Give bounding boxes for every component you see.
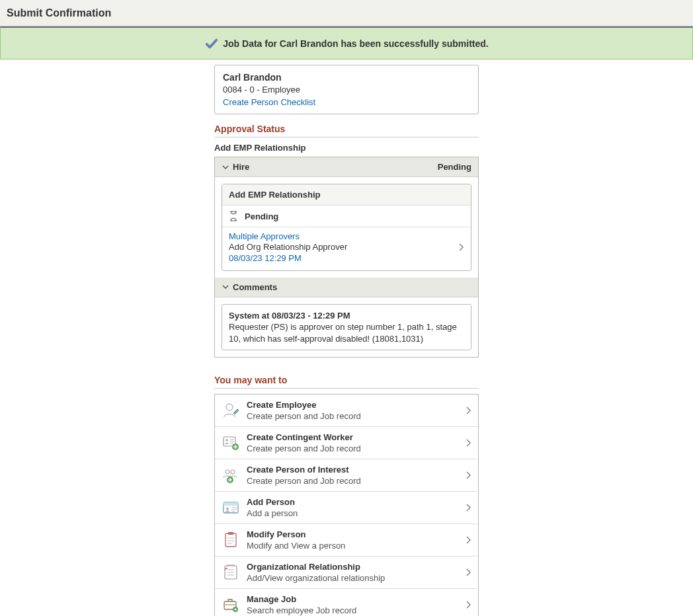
suggestion-create-employee[interactable]: Create Employee Create person and Job re… bbox=[215, 395, 478, 427]
svg-point-4 bbox=[225, 470, 229, 474]
hourglass-icon bbox=[229, 211, 238, 221]
svg-point-15 bbox=[235, 609, 237, 611]
comments-expand-header[interactable]: Comments bbox=[215, 278, 478, 297]
suggestions-list: Create Employee Create person and Job re… bbox=[214, 394, 479, 616]
suggestion-title: Create Person of Interest bbox=[247, 465, 465, 475]
badge-plus-icon bbox=[222, 434, 240, 452]
comment-card: System at 08/03/23 - 12:29 PM Requester … bbox=[222, 304, 471, 351]
page-header: Submit Confirmation bbox=[0, 0, 693, 26]
chevron-right-icon bbox=[465, 535, 471, 545]
chevron-right-icon bbox=[465, 600, 471, 609]
comment-body-text: Requester (PS) is approver on step numbe… bbox=[229, 321, 464, 344]
svg-point-2 bbox=[225, 439, 228, 442]
suggestion-subtitle: Add a person bbox=[247, 508, 465, 518]
person-card: Carl Brandon 0084 - 0 - Employee Create … bbox=[214, 65, 479, 114]
svg-rect-10 bbox=[225, 533, 236, 547]
hire-label: Hire bbox=[233, 162, 438, 172]
suggestion-create-contingent-worker[interactable]: Create Contingent Worker Create person a… bbox=[215, 427, 478, 459]
suggestion-add-person[interactable]: Add Person Add a person bbox=[215, 492, 478, 524]
svg-point-0 bbox=[226, 404, 233, 410]
create-checklist-link[interactable]: Create Person Checklist bbox=[223, 97, 470, 107]
briefcase-gear-icon bbox=[222, 596, 240, 614]
you-may-want-to-heading: You may want to bbox=[214, 375, 479, 389]
svg-rect-11 bbox=[228, 532, 233, 535]
suggestion-subtitle: Modify and View a person bbox=[247, 541, 465, 551]
suggestion-title: Manage Job bbox=[247, 594, 465, 604]
chevron-right-icon bbox=[458, 243, 464, 252]
approval-status-heading: Approval Status bbox=[214, 124, 479, 137]
suggestion-subtitle: Search employee Job record bbox=[247, 605, 465, 615]
suggestion-title: Create Contingent Worker bbox=[247, 432, 465, 442]
approval-card-title: Add EMP Relationship bbox=[222, 184, 471, 206]
comments-label: Comments bbox=[233, 282, 471, 292]
hire-expand-header[interactable]: Hire Pending bbox=[215, 157, 478, 177]
approval-relationship-label: Add EMP Relationship bbox=[214, 143, 479, 153]
suggestion-manage-job[interactable]: Manage Job Search employee Job record bbox=[215, 589, 478, 616]
chevron-right-icon bbox=[465, 406, 471, 415]
chevron-right-icon bbox=[465, 438, 471, 447]
chevron-right-icon bbox=[465, 471, 471, 480]
banner-text: Job Data for Carl Brandon has been succe… bbox=[223, 38, 488, 49]
approval-box: Hire Pending Add EMP Relationship Pendi bbox=[214, 157, 479, 358]
people-plus-icon bbox=[222, 466, 240, 484]
suggestion-title: Create Employee bbox=[247, 400, 465, 410]
chevron-down-icon bbox=[222, 283, 229, 291]
org-relationship-icon bbox=[222, 563, 240, 582]
clipboard-icon bbox=[222, 531, 240, 549]
approval-card-status-row: Pending bbox=[222, 206, 471, 227]
person-pencil-icon bbox=[222, 401, 240, 420]
svg-point-9 bbox=[226, 508, 229, 510]
hire-status: Pending bbox=[438, 162, 471, 172]
approver-role: Add Org Relationship Approver bbox=[229, 242, 458, 252]
chevron-right-icon bbox=[465, 568, 471, 577]
approval-timestamp[interactable]: 08/03/23 12:29 PM bbox=[229, 253, 458, 264]
multiple-approvers-link[interactable]: Multiple Approvers bbox=[229, 231, 458, 242]
suggestion-title: Organizational Relationship bbox=[247, 562, 465, 572]
person-name: Carl Brandon bbox=[223, 72, 470, 83]
approval-card-detail[interactable]: Multiple Approvers Add Org Relationship … bbox=[222, 227, 471, 270]
approval-card-status: Pending bbox=[245, 212, 278, 221]
suggestion-subtitle: Create person and Job record bbox=[247, 443, 465, 453]
chevron-down-icon bbox=[222, 163, 229, 171]
suggestion-create-person-of-interest[interactable]: Create Person of Interest Create person … bbox=[215, 459, 478, 492]
svg-point-5 bbox=[231, 470, 235, 474]
suggestion-subtitle: Create person and Job record bbox=[247, 411, 465, 421]
chevron-right-icon bbox=[465, 503, 471, 512]
suggestion-modify-person[interactable]: Modify Person Modify and View a person bbox=[215, 524, 478, 557]
suggestion-title: Modify Person bbox=[247, 529, 465, 539]
suggestion-subtitle: Create person and Job record bbox=[247, 476, 465, 486]
person-subtitle: 0084 - 0 - Employee bbox=[223, 85, 470, 95]
approval-card: Add EMP Relationship Pending Mult bbox=[222, 184, 471, 271]
suggestion-title: Add Person bbox=[247, 497, 465, 507]
check-icon bbox=[204, 36, 219, 51]
comment-header: System at 08/03/23 - 12:29 PM bbox=[229, 310, 464, 322]
svg-rect-8 bbox=[224, 502, 238, 506]
page-title: Submit Confirmation bbox=[7, 7, 111, 19]
suggestion-organizational-relationship[interactable]: Organizational Relationship Add/View org… bbox=[215, 557, 478, 589]
suggestion-subtitle: Add/View organizational relationship bbox=[247, 573, 465, 583]
success-banner: Job Data for Carl Brandon has been succe… bbox=[0, 26, 693, 59]
id-card-icon bbox=[222, 498, 240, 517]
